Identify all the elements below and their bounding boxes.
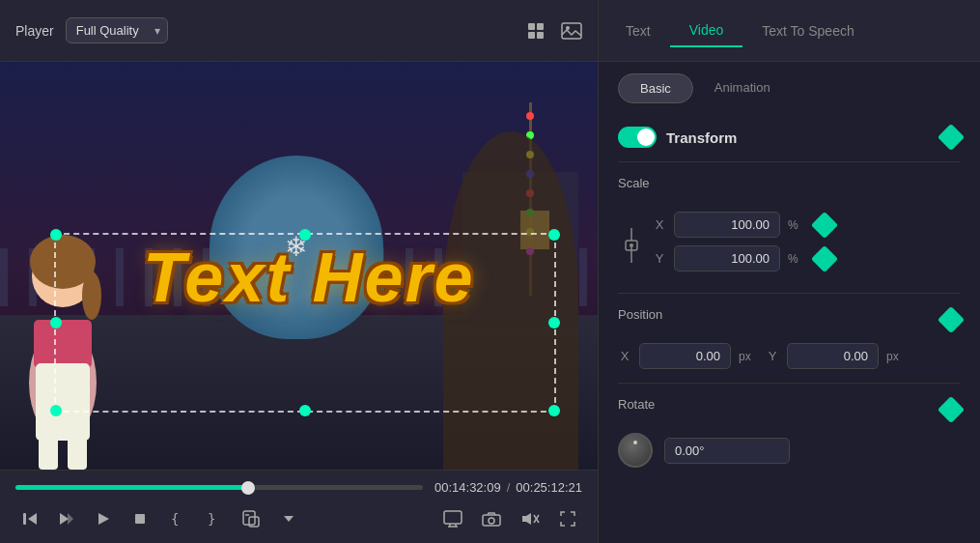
- toolbar-icons: [526, 21, 582, 41]
- transform-label: Transform: [666, 129, 932, 146]
- progress-thumb[interactable]: [241, 481, 255, 495]
- image-icon[interactable]: [561, 22, 582, 40]
- svg-rect-14: [23, 513, 26, 525]
- scale-x-row: X %: [653, 212, 961, 238]
- position-y-input[interactable]: [787, 343, 879, 369]
- scale-x-keyframe[interactable]: [811, 211, 838, 238]
- position-section: Position X px Y px: [618, 307, 961, 369]
- mute-button[interactable]: [515, 504, 546, 533]
- scale-x-label: X: [653, 217, 666, 232]
- skip-back-button[interactable]: [15, 504, 44, 533]
- scale-y-keyframe[interactable]: [811, 244, 838, 272]
- player-toolbar: Player Full Quality: [0, 0, 598, 62]
- scale-y-label: Y: [653, 251, 666, 266]
- pos-y-label: Y: [766, 349, 779, 363]
- sub-tabs: Basic Animation: [599, 62, 980, 103]
- grid-view-icon[interactable]: [526, 21, 546, 41]
- svg-text:}: }: [208, 511, 215, 527]
- svg-rect-11: [36, 363, 90, 441]
- transform-section-header: Transform: [618, 127, 961, 148]
- position-keyframe[interactable]: [938, 305, 965, 332]
- svg-rect-26: [444, 511, 462, 524]
- controls-row: { }: [15, 504, 582, 533]
- svg-marker-17: [68, 513, 73, 525]
- svg-marker-15: [28, 513, 37, 525]
- video-background: ❄: [0, 62, 598, 470]
- position-x-input[interactable]: [639, 343, 731, 369]
- tab-tts[interactable]: Text To Speech: [742, 15, 873, 46]
- svg-rect-19: [135, 514, 145, 524]
- sub-tab-animation[interactable]: Animation: [693, 73, 792, 103]
- time-display: 00:14:32:09 / 00:25:12:21: [434, 480, 582, 495]
- scale-y-row: Y %: [653, 245, 961, 272]
- scale-y-unit: %: [788, 252, 807, 266]
- svg-marker-32: [522, 513, 531, 525]
- expand-button[interactable]: [553, 504, 582, 533]
- svg-rect-10: [34, 320, 92, 368]
- player-label: Player: [15, 23, 54, 39]
- tab-text[interactable]: Text: [606, 15, 670, 46]
- video-area: ❄: [0, 62, 598, 470]
- svg-point-9: [82, 272, 101, 320]
- svg-text:{: {: [171, 511, 179, 527]
- left-panel: Player Full Quality: [0, 0, 599, 543]
- mark-out-button[interactable]: }: [199, 504, 228, 533]
- svg-rect-2: [528, 32, 535, 39]
- video-text-overlay: Text Here: [143, 238, 474, 317]
- svg-rect-12: [39, 431, 58, 470]
- rotate-section: Rotate: [618, 397, 961, 468]
- character-left: [5, 170, 121, 470]
- time-separator: /: [507, 480, 511, 495]
- svg-rect-3: [537, 32, 544, 39]
- quality-select[interactable]: Full Quality: [66, 17, 168, 43]
- step-back-button[interactable]: [52, 504, 81, 533]
- scale-x-input[interactable]: [674, 212, 780, 238]
- transform-toggle[interactable]: [618, 127, 657, 148]
- lock-icon: [622, 226, 641, 265]
- svg-point-37: [630, 243, 633, 247]
- rotate-label: Rotate: [618, 397, 655, 412]
- svg-point-31: [489, 518, 494, 524]
- monitor-button[interactable]: [437, 504, 468, 533]
- position-row: X px Y px: [618, 343, 961, 369]
- rotate-input[interactable]: [664, 438, 790, 464]
- rotate-row: [618, 433, 961, 468]
- current-time: 00:14:32:09: [434, 480, 501, 495]
- rotate-dial[interactable]: [618, 433, 653, 468]
- lock-icon-wrapper: [618, 226, 645, 265]
- svg-marker-25: [284, 516, 294, 522]
- stop-button[interactable]: [126, 504, 154, 533]
- scale-x-unit: %: [788, 218, 807, 232]
- tabs-header: Text Video Text To Speech: [599, 0, 980, 62]
- right-panel: Text Video Text To Speech Basic Animatio…: [599, 0, 980, 543]
- scale-section: Scale X %: [618, 176, 961, 279]
- total-time: 00:25:12:21: [516, 480, 582, 495]
- quality-select-wrapper[interactable]: Full Quality: [66, 17, 168, 43]
- play-button[interactable]: [89, 504, 118, 533]
- progress-fill: [15, 485, 248, 490]
- svg-marker-18: [98, 513, 109, 525]
- tab-video[interactable]: Video: [670, 14, 743, 47]
- playback-section: 00:14:32:09 / 00:25:12:21: [0, 470, 598, 543]
- svg-rect-1: [537, 23, 544, 30]
- svg-marker-16: [60, 513, 69, 525]
- svg-rect-13: [68, 431, 87, 470]
- mark-in-button[interactable]: {: [162, 504, 191, 533]
- panel-content: Transform Scale: [599, 103, 980, 543]
- sub-tab-basic[interactable]: Basic: [618, 73, 693, 103]
- pos-x-unit: px: [739, 350, 758, 363]
- scale-label: Scale: [618, 176, 650, 190]
- pos-y-unit: px: [886, 350, 906, 363]
- insert-button[interactable]: [236, 504, 266, 533]
- scale-fields: X % Y %: [653, 212, 961, 279]
- progress-track[interactable]: [15, 485, 423, 490]
- insert-dropdown-button[interactable]: [274, 504, 303, 533]
- scale-y-input[interactable]: [674, 245, 780, 272]
- rotate-keyframe[interactable]: [938, 395, 965, 422]
- pos-x-label: X: [618, 349, 631, 363]
- progress-bar-container: 00:14:32:09 / 00:25:12:21: [15, 480, 582, 495]
- camera-button[interactable]: [476, 504, 507, 533]
- position-label: Position: [618, 307, 662, 322]
- transform-keyframe-button[interactable]: [938, 124, 965, 151]
- svg-rect-0: [528, 23, 535, 30]
